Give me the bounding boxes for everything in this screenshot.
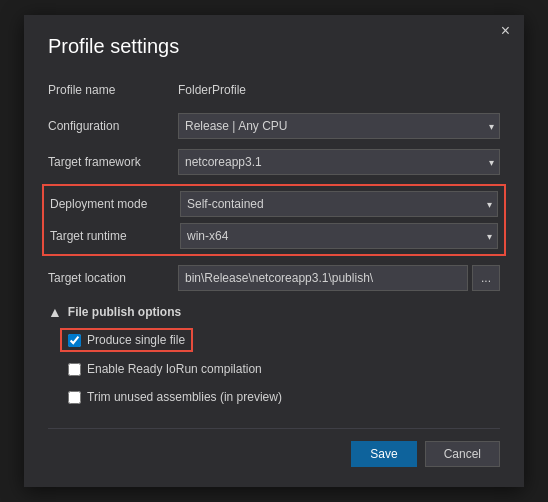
- deployment-mode-row: Deployment mode Self-contained Framework…: [50, 190, 498, 218]
- dialog-title: Profile settings: [48, 35, 500, 58]
- target-runtime-select-wrapper: win-x64 win-x86 linux-x64 osx-x64 ▾: [180, 223, 498, 249]
- target-framework-select[interactable]: netcoreapp3.1 net5.0: [178, 149, 500, 175]
- browse-button[interactable]: ...: [472, 265, 500, 291]
- target-framework-label: Target framework: [48, 155, 178, 169]
- deployment-runtime-section: Deployment mode Self-contained Framework…: [42, 184, 506, 256]
- deployment-mode-select-wrapper: Self-contained Framework-dependent ▾: [180, 191, 498, 217]
- checkbox-row-2: Trim unused assemblies (in preview): [68, 386, 500, 408]
- file-publish-section-header[interactable]: ▲ File publish options: [48, 304, 500, 320]
- dialog-footer: Save Cancel: [48, 428, 500, 467]
- trim-assemblies-checkbox[interactable]: [68, 391, 81, 404]
- checkbox-section: Produce single file Enable Ready IoRun c…: [48, 328, 500, 408]
- target-location-row: Target location ...: [48, 264, 500, 292]
- target-runtime-select[interactable]: win-x64 win-x86 linux-x64 osx-x64: [180, 223, 498, 249]
- deployment-mode-select[interactable]: Self-contained Framework-dependent: [180, 191, 498, 217]
- save-button[interactable]: Save: [351, 441, 416, 467]
- produce-single-file-label[interactable]: Produce single file: [87, 333, 185, 347]
- profile-settings-dialog: × Profile settings Profile name FolderPr…: [24, 15, 524, 487]
- configuration-select[interactable]: Release | Any CPU Debug | Any CPU: [178, 113, 500, 139]
- target-framework-select-wrapper: netcoreapp3.1 net5.0 ▾: [178, 149, 500, 175]
- target-runtime-label: Target runtime: [50, 229, 180, 243]
- target-runtime-row: Target runtime win-x64 win-x86 linux-x64…: [50, 222, 498, 250]
- cancel-button[interactable]: Cancel: [425, 441, 500, 467]
- checkbox-row-0: Produce single file: [68, 328, 500, 352]
- trim-assemblies-label[interactable]: Trim unused assemblies (in preview): [87, 390, 282, 404]
- profile-name-row: Profile name FolderProfile: [48, 76, 500, 104]
- enable-readytorun-checkbox[interactable]: [68, 363, 81, 376]
- expand-icon: ▲: [48, 304, 62, 320]
- produce-single-file-checkbox[interactable]: [68, 334, 81, 347]
- close-button[interactable]: ×: [495, 21, 516, 41]
- produce-single-file-highlight: Produce single file: [60, 328, 193, 352]
- configuration-select-wrapper: Release | Any CPU Debug | Any CPU ▾: [178, 113, 500, 139]
- target-location-label: Target location: [48, 271, 178, 285]
- profile-name-label: Profile name: [48, 83, 178, 97]
- target-framework-row: Target framework netcoreapp3.1 net5.0 ▾: [48, 148, 500, 176]
- checkbox-row-1: Enable Ready IoRun compilation: [68, 358, 500, 380]
- target-location-input[interactable]: [178, 265, 468, 291]
- enable-readytorun-label[interactable]: Enable Ready IoRun compilation: [87, 362, 262, 376]
- configuration-row: Configuration Release | Any CPU Debug | …: [48, 112, 500, 140]
- deployment-mode-label: Deployment mode: [50, 197, 180, 211]
- file-publish-label: File publish options: [68, 305, 181, 319]
- profile-name-value: FolderProfile: [178, 83, 246, 97]
- configuration-label: Configuration: [48, 119, 178, 133]
